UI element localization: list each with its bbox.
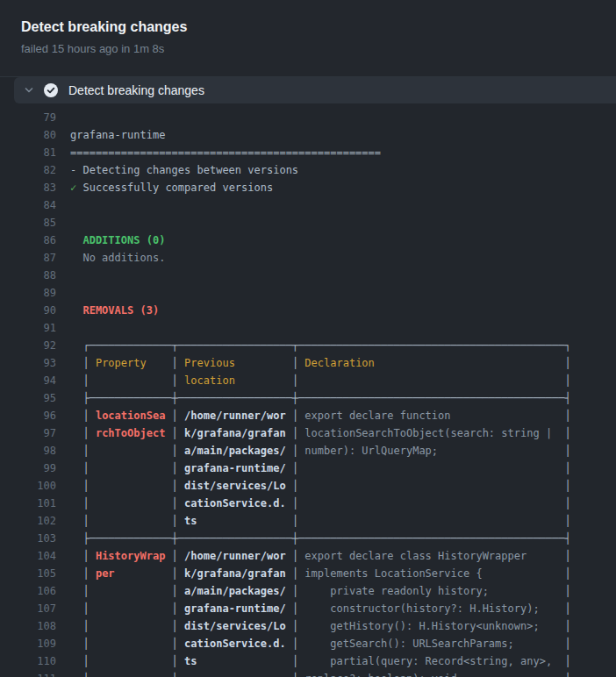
log-line: 94 │ │ location │ │ — [14, 372, 616, 389]
line-number[interactable]: 84 — [14, 196, 56, 214]
line-number[interactable]: 99 — [14, 460, 56, 477]
step-title: Detect breaking changes — [68, 83, 204, 97]
line-content: ✓ Successfully compared versions — [70, 179, 273, 196]
log-line: 99 │ │ grafana-runtime/ │ │ — [14, 460, 616, 477]
line-content: │ per │ k/grafana/grafan │ implements Lo… — [70, 565, 571, 582]
line-content: │ │ cationService.d. │ getSearch(): URLS… — [70, 635, 571, 652]
log-line: 83✓ Successfully compared versions — [14, 179, 616, 196]
line-content: - Detecting changes between versions — [70, 161, 298, 179]
line-content: │ │ │ replace?: boolean): void; │ — [70, 670, 571, 677]
line-number[interactable]: 111 — [14, 670, 56, 677]
log-line: 102 │ │ ts │ │ — [14, 512, 616, 530]
line-number[interactable]: 80 — [14, 126, 56, 144]
line-number[interactable]: 101 — [14, 495, 56, 512]
log-line: 105 │ per │ k/grafana/grafan │ implement… — [14, 565, 616, 582]
line-number[interactable]: 96 — [14, 407, 56, 424]
line-number[interactable]: 95 — [14, 389, 56, 407]
line-content: ┌─────────────┬──────────────────┬──────… — [70, 337, 571, 354]
line-content: │ Property │ Previous │ Declaration │ — [70, 354, 571, 372]
log-line: 109 │ │ cationService.d. │ getSearch(): … — [14, 635, 616, 652]
line-number[interactable]: 100 — [14, 477, 56, 495]
line-content: │ │ location │ │ — [70, 372, 571, 389]
log-line: 96 │ locationSea │ /home/runner/wor │ ex… — [14, 407, 616, 424]
log-line: 85 — [14, 214, 616, 232]
log-line: 95 ├─────────────┼──────────────────┼───… — [14, 389, 616, 407]
line-number[interactable]: 102 — [14, 512, 56, 530]
line-number[interactable]: 87 — [14, 249, 56, 267]
line-content: │ │ grafana-runtime/ │ │ — [70, 460, 571, 477]
log-line: 92 ┌─────────────┬──────────────────┬───… — [14, 337, 616, 354]
line-content: │ │ ts │ partial(query: Record<string, a… — [70, 652, 571, 670]
log-line: 90 REMOVALS (3) — [14, 302, 616, 319]
line-number[interactable]: 110 — [14, 652, 56, 670]
line-number[interactable]: 85 — [14, 214, 56, 232]
log-line: 88 — [14, 267, 616, 284]
line-number[interactable]: 97 — [14, 424, 56, 442]
line-content: REMOVALS (3) — [70, 302, 159, 319]
log-line: 81======================================… — [14, 144, 616, 161]
log-line: 87 No additions. — [14, 249, 616, 267]
line-number[interactable]: 90 — [14, 302, 56, 319]
line-number[interactable]: 105 — [14, 565, 56, 582]
log-line: 89 — [14, 284, 616, 302]
log-line: 111 │ │ │ replace?: boolean): void; │ — [14, 670, 616, 677]
line-number[interactable]: 104 — [14, 547, 56, 565]
log-line: 98 │ │ a/main/packages/ │ number): UrlQu… — [14, 442, 616, 460]
line-content: │ locationSea │ /home/runner/wor │ expor… — [70, 407, 571, 424]
line-content: │ │ cationService.d. │ │ — [70, 495, 571, 512]
log-line: 103 ├─────────────┼──────────────────┼──… — [14, 530, 616, 547]
job-title: Detect breaking changes — [21, 18, 595, 36]
log-line: 106 │ │ a/main/packages/ │ private reado… — [14, 582, 616, 600]
job-header: Detect breaking changes failed 15 hours … — [0, 0, 616, 77]
log-viewer: 7980grafana-runtime81===================… — [0, 103, 616, 677]
line-content: │ │ ts │ │ — [70, 512, 571, 530]
log-line: 82- Detecting changes between versions — [14, 161, 616, 179]
line-number[interactable]: 108 — [14, 617, 56, 635]
log-line: 108 │ │ dist/services/Lo │ getHistory():… — [14, 617, 616, 635]
line-number[interactable]: 91 — [14, 319, 56, 337]
line-content: grafana-runtime — [70, 126, 165, 144]
line-number[interactable]: 83 — [14, 179, 56, 196]
line-number[interactable]: 109 — [14, 635, 56, 652]
line-content: │ │ grafana-runtime/ │ constructor(histo… — [70, 600, 571, 617]
line-content: No additions. — [70, 249, 165, 267]
log-line: 79 — [14, 109, 616, 126]
line-number[interactable]: 92 — [14, 337, 56, 354]
line-number[interactable]: 107 — [14, 600, 56, 617]
line-content: │ │ a/main/packages/ │ number): UrlQuery… — [70, 442, 571, 460]
log-line: 100 │ │ dist/services/Lo │ │ — [14, 477, 616, 495]
line-number[interactable]: 94 — [14, 372, 56, 389]
line-content: ├─────────────┼──────────────────┼──────… — [70, 530, 571, 547]
line-number[interactable]: 86 — [14, 232, 56, 249]
log-line: 101 │ │ cationService.d. │ │ — [14, 495, 616, 512]
line-content: │ │ dist/services/Lo │ getHistory(): H.H… — [70, 617, 571, 635]
log-line: 93 │ Property │ Previous │ Declaration │ — [14, 354, 616, 372]
line-number[interactable]: 79 — [14, 109, 56, 126]
line-number[interactable]: 103 — [14, 530, 56, 547]
log-line: 104 │ HistoryWrap │ /home/runner/wor │ e… — [14, 547, 616, 565]
line-number[interactable]: 81 — [14, 144, 56, 161]
line-number[interactable]: 82 — [14, 161, 56, 179]
step-header[interactable]: Detect breaking changes — [14, 77, 616, 103]
line-content: │ │ dist/services/Lo │ │ — [70, 477, 571, 495]
line-content: ADDITIONS (0) — [70, 232, 165, 249]
log-line: 107 │ │ grafana-runtime/ │ constructor(h… — [14, 600, 616, 617]
line-number[interactable]: 88 — [14, 267, 56, 284]
job-status-line: failed 15 hours ago in 1m 8s — [21, 42, 595, 56]
log-line: 91 — [14, 319, 616, 337]
check-circle-icon — [44, 83, 58, 97]
line-number[interactable]: 98 — [14, 442, 56, 460]
log-line: 86 ADDITIONS (0) — [14, 232, 616, 249]
line-content: ========================================… — [70, 144, 381, 161]
line-content: │ HistoryWrap │ /home/runner/wor │ expor… — [70, 547, 571, 565]
line-content: │ rchToObject │ k/grafana/grafan │ locat… — [70, 424, 571, 442]
line-content: ├─────────────┼──────────────────┼──────… — [70, 389, 571, 407]
line-number[interactable]: 89 — [14, 284, 56, 302]
line-number[interactable]: 106 — [14, 582, 56, 600]
line-content: │ │ a/main/packages/ │ private readonly … — [70, 582, 571, 600]
log-line: 97 │ rchToObject │ k/grafana/grafan │ lo… — [14, 424, 616, 442]
log-line: 84 — [14, 196, 616, 214]
log-line: 110 │ │ ts │ partial(query: Record<strin… — [14, 652, 616, 670]
chevron-down-icon — [14, 85, 44, 96]
line-number[interactable]: 93 — [14, 354, 56, 372]
